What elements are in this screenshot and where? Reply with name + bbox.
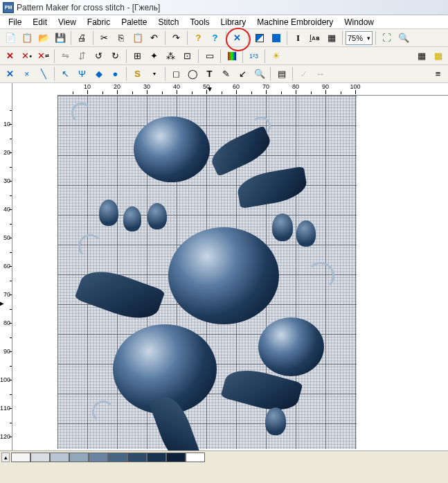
vruler-label: 60 [3, 263, 10, 270]
menu-window[interactable]: Window [339, 16, 379, 28]
vruler-label: 30 [3, 177, 10, 184]
swap-color-icon[interactable]: ✕⇄ [35, 49, 51, 64]
back-line-icon[interactable]: ╲ [35, 67, 51, 82]
palette-swatch[interactable] [11, 453, 30, 462]
undo-icon[interactable]: ↶ [146, 30, 162, 46]
knot-icon[interactable]: ◆ [91, 67, 107, 82]
vruler-label: 20 [3, 149, 10, 156]
paste-special-icon[interactable]: 📋 [19, 30, 35, 46]
menu-machine-embroidery[interactable]: Machine Embroidery [251, 16, 339, 28]
palette-swatch[interactable] [127, 453, 147, 462]
hruler-label: 90 [322, 83, 329, 90]
pattern-grid[interactable] [57, 96, 357, 449]
numbers-icon[interactable]: 1²3 [246, 49, 262, 64]
palette-swatch[interactable] [147, 453, 166, 462]
flip-h-icon[interactable]: ⇋ [57, 49, 73, 64]
open-icon[interactable]: 📂 [35, 30, 51, 46]
select-rect-icon[interactable]: ▭ [201, 49, 217, 64]
library-icon[interactable]: ▤ [274, 67, 289, 82]
paste-icon[interactable]: 📋 [129, 30, 145, 46]
palette-swatch[interactable] [89, 453, 108, 462]
full-stitch-icon[interactable]: ✕ [229, 30, 245, 46]
rotate-ccw-icon[interactable]: ↺ [91, 49, 107, 64]
center-icon[interactable]: ✦ [146, 49, 162, 64]
arrow-ne-icon[interactable]: Ψ [74, 67, 90, 82]
erase-color-icon[interactable]: ✕● [19, 49, 35, 64]
grid-display-icon[interactable]: ▦ [323, 30, 339, 46]
palette-swatch[interactable] [186, 453, 205, 462]
redo-icon[interactable]: ↷ [168, 30, 184, 46]
half-stitch-icon[interactable] [251, 30, 267, 46]
flip-v-icon[interactable]: ⇵ [74, 49, 90, 64]
vruler-label: 80 [3, 319, 10, 326]
ruler-icon[interactable]: ⟋ [296, 67, 312, 82]
menu-edit[interactable]: Edit [27, 16, 53, 28]
vruler-label: 70 [3, 291, 10, 298]
highlight-icon[interactable]: ☀ [268, 49, 284, 64]
quarter-stitch-icon[interactable] [268, 30, 284, 46]
special-s-icon[interactable]: S [129, 67, 145, 82]
menu-fabric[interactable]: Fabric [82, 16, 116, 28]
sel-ellipse-icon[interactable]: ◯ [185, 67, 201, 82]
vruler-label: 90 [3, 348, 10, 355]
bead-icon[interactable]: ● [107, 67, 123, 82]
hruler-label: 70 [262, 83, 269, 90]
arrow-nw-icon[interactable]: ↖ [57, 67, 73, 82]
palette-swatch[interactable] [69, 453, 89, 462]
zoom-select[interactable]: 75% [346, 31, 373, 45]
sel-rect-icon[interactable]: ◻ [168, 67, 184, 82]
palette-swatch[interactable] [50, 453, 69, 462]
pen-icon[interactable]: ✎ [218, 67, 234, 82]
dropdown-icon[interactable]: ▾ [146, 67, 162, 82]
menu-stitch[interactable]: Stitch [153, 16, 185, 28]
toolbar-edit: ✕ ✕● ✕⇄ ⇋ ⇵ ↺ ↻ ⊞ ✦ ⁂ ⊡ ▭ 1²3 ☀ ▦ ▦ [0, 47, 448, 65]
grid-toggle-icon[interactable]: ▦ [413, 49, 429, 64]
palette-swatch[interactable] [30, 453, 50, 462]
save-icon[interactable]: 💾 [52, 30, 68, 46]
menu-library[interactable]: Library [215, 16, 252, 28]
x-stitch-icon[interactable]: ✕ [2, 67, 18, 82]
hruler-label: 50 [203, 83, 210, 90]
hruler-label: 30 [143, 83, 150, 90]
magnify-icon[interactable]: 🔍 [251, 67, 267, 82]
titlebar: PM Pattern Maker for cross stitch - [Гже… [0, 0, 448, 15]
menubar: File Edit View Fabric Palette Stitch Too… [0, 15, 448, 29]
color-picker-icon[interactable] [224, 49, 240, 64]
hruler-label: 60 [233, 83, 240, 90]
palette-bar: ▴ [0, 450, 448, 463]
menu-tools[interactable]: Tools [185, 16, 215, 28]
hruler-label: 40 [173, 83, 180, 90]
copy-icon[interactable]: ⎘ [113, 30, 129, 46]
thread-icon[interactable]: ≡ [430, 67, 446, 82]
hruler-label: 20 [114, 83, 120, 90]
palette-scroll-left[interactable]: ▴ [1, 453, 10, 462]
text-t-icon[interactable]: T [201, 67, 217, 82]
back-stitch-icon[interactable]: I [290, 30, 306, 46]
zoom-tool-icon[interactable]: 🔍 [395, 30, 411, 46]
text-underline-icon[interactable]: Iᴀʙ [307, 30, 323, 46]
palette-swatch[interactable] [166, 453, 186, 462]
petite-x-icon[interactable]: ✕ [19, 67, 35, 82]
canvas[interactable] [12, 96, 448, 450]
zoom-fit-icon[interactable]: ⛶ [379, 30, 395, 46]
menu-palette[interactable]: Palette [116, 16, 152, 28]
distribute-icon[interactable]: ⁂ [163, 49, 179, 64]
align-icon[interactable]: ⊞ [129, 49, 145, 64]
palette-swatch[interactable] [108, 453, 127, 462]
delete-stitch-icon[interactable]: ✕ [2, 49, 18, 64]
hruler-label: 100 [350, 83, 360, 90]
toolbar-standard: 📄 📋 📂 💾 🖨 ✂ ⎘ 📋 ↶ ↷ ? ? ✕ I Iᴀʙ ▦ 75% ⛶ … [0, 29, 448, 47]
menu-file[interactable]: File [3, 16, 27, 28]
grid-snap-icon[interactable]: ▦ [430, 49, 446, 64]
measure-icon[interactable]: ↔ [312, 67, 328, 82]
rotate-cw-icon[interactable]: ↻ [107, 49, 123, 64]
menu-view[interactable]: View [53, 16, 82, 28]
snap-icon[interactable]: ⊡ [179, 49, 195, 64]
new-icon[interactable]: 📄 [2, 30, 18, 46]
vruler-label: 10 [3, 121, 10, 128]
cut-icon[interactable]: ✂ [96, 30, 112, 46]
print-icon[interactable]: 🖨 [74, 30, 90, 46]
about-icon[interactable]: ? [207, 30, 223, 46]
help-icon[interactable]: ? [190, 30, 206, 46]
picker-icon[interactable]: ↙ [235, 67, 251, 82]
